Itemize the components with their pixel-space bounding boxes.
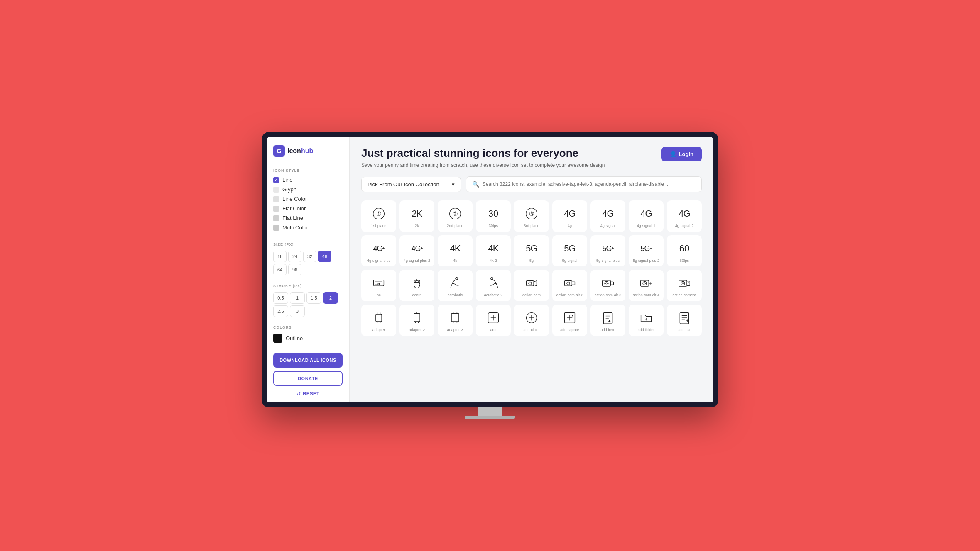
icon-card-5g-signal-plus-2[interactable]: 5G+ 5g-signal-plus-2 (629, 235, 664, 267)
svg-rect-18 (565, 281, 572, 286)
color-row: Outline (273, 334, 343, 343)
stroke-btn-2[interactable]: 2 (323, 292, 338, 304)
stroke-btn-1.5[interactable]: 1.5 (306, 292, 321, 304)
icon-card-add-item[interactable]: add-item (590, 305, 625, 336)
size-label: SIZE (PX) (273, 242, 343, 246)
svg-point-25 (606, 283, 608, 284)
svg-text:②: ② (453, 210, 458, 217)
size-btn-96[interactable]: 96 (288, 264, 301, 276)
icon-card-2nd-place[interactable]: ② 2nd-place (438, 200, 473, 232)
icon-card-4g[interactable]: 4G 4g (552, 200, 587, 232)
style-option-flat-line[interactable]: Flat Line (273, 215, 343, 221)
icon-card-ac[interactable]: ac (361, 270, 396, 301)
icon-card-action-cam-alt-3[interactable]: action-cam-alt-3 (590, 270, 625, 301)
icon-name: add-list (678, 328, 690, 333)
sidebar: G iconhub ICON STYLE Line Glyph Line Col… (267, 137, 350, 402)
search-input[interactable] (483, 181, 696, 187)
icon-name: 4k-2 (490, 258, 497, 263)
style-option-multi-color[interactable]: Multi Color (273, 224, 343, 231)
style-option-line-color[interactable]: Line Color (273, 196, 343, 202)
icon-card-3rd-place[interactable]: ③ 3rd-place (514, 200, 549, 232)
icon-card-4k-2[interactable]: 4K 4k-2 (476, 235, 511, 267)
style-option-glyph[interactable]: Glyph (273, 186, 343, 193)
stroke-btn-1[interactable]: 1 (290, 292, 305, 304)
icon-symbol (601, 276, 615, 290)
stroke-btn-3[interactable]: 3 (290, 305, 305, 317)
icon-name: 5g (529, 258, 534, 263)
icon-card-4g-signal-2[interactable]: 4G 4g-signal-2 (667, 200, 702, 232)
icon-symbol: 4G+ (412, 241, 423, 256)
collection-dropdown[interactable]: Pick From Our Icon Collection ▾ (361, 177, 461, 192)
size-btn-64[interactable]: 64 (273, 264, 287, 276)
icon-card-2k[interactable]: 2K 2k (399, 200, 434, 232)
reset-row[interactable]: ↺ RESET (273, 391, 343, 397)
svg-point-16 (529, 282, 532, 285)
icon-symbol (563, 310, 576, 325)
icon-name: 4g-signal-1 (637, 224, 656, 229)
icon-name: 4g-signal-2 (675, 224, 694, 229)
icon-symbol (525, 276, 538, 290)
icon-card-add-list[interactable]: add-list (667, 305, 702, 336)
icon-card-adapter-3[interactable]: adapter-3 (438, 305, 473, 336)
icon-card-4g-signal-plus-2[interactable]: 4G+ 4g-signal-plus-2 (399, 235, 434, 267)
icon-card-action-cam-alt-2[interactable]: action-cam-alt-2 (552, 270, 587, 301)
size-btn-24[interactable]: 24 (288, 251, 301, 262)
icon-card-5g-signal[interactable]: 5G 5g-signal (552, 235, 587, 267)
icon-card-1st-place[interactable]: ① 1st-place (361, 200, 396, 232)
stroke-btn-2.5[interactable]: 2.5 (273, 305, 288, 317)
donate-button[interactable]: DONATE (273, 371, 343, 386)
icon-card-action-cam-alt-4[interactable]: action-cam-alt-4 (629, 270, 664, 301)
icon-card-add[interactable]: add (476, 305, 511, 336)
icon-card-5g-signal-plus[interactable]: 5G+ 5g-signal-plus (590, 235, 625, 267)
stroke-btn-0.5[interactable]: 0.5 (273, 292, 288, 304)
style-checkbox-flat-color[interactable] (273, 206, 279, 212)
icon-card-action-cam[interactable]: action-cam (514, 270, 549, 301)
size-btn-32[interactable]: 32 (303, 251, 316, 262)
icon-card-action-camera[interactable]: action-camera (667, 270, 702, 301)
icon-card-add-circle[interactable]: add-circle (514, 305, 549, 336)
icon-card-4g-signal-1[interactable]: 4G 4g-signal-1 (629, 200, 664, 232)
icon-symbol (487, 276, 500, 290)
icon-card-add-folder[interactable]: add-folder (629, 305, 664, 336)
svg-rect-46 (451, 313, 459, 322)
style-checkbox-line-color[interactable] (273, 196, 279, 202)
reset-label: RESET (303, 391, 319, 397)
search-icon: 🔍 (472, 181, 479, 188)
icon-card-add-square[interactable]: add-square (552, 305, 587, 336)
icon-name: add-folder (638, 328, 655, 333)
logo-text: iconhub (287, 147, 313, 155)
icon-name: action-cam-alt-2 (556, 293, 583, 298)
icon-name: 5g-signal-plus (596, 258, 620, 263)
icon-card-acrobatic-2[interactable]: acrobatic-2 (476, 270, 511, 301)
style-option-line[interactable]: Line (273, 177, 343, 183)
chevron-down-icon: ▾ (452, 181, 455, 188)
style-checkbox-flat-line[interactable] (273, 215, 279, 221)
logo[interactable]: G iconhub (273, 145, 343, 157)
icon-card-60fps[interactable]: 60 60fps (667, 235, 702, 267)
icon-card-4g-signal-plus[interactable]: 4G+ 4g-signal-plus (361, 235, 396, 267)
icon-card-adapter-2[interactable]: adapter-2 (399, 305, 434, 336)
icon-symbol (678, 276, 691, 290)
style-checkbox-glyph[interactable] (273, 187, 279, 193)
icon-card-4g-signal[interactable]: 4G 4g-signal (590, 200, 625, 232)
icon-card-adapter[interactable]: adapter (361, 305, 396, 336)
style-checkbox-multi-color[interactable] (273, 225, 279, 231)
download-all-button[interactable]: DOWNLOAD ALL ICONS (273, 353, 343, 368)
icon-card-30fps[interactable]: 30 30fps (476, 200, 511, 232)
screen: G iconhub ICON STYLE Line Glyph Line Col… (267, 137, 713, 402)
icon-card-acorn[interactable]: acorn (399, 270, 434, 301)
svg-rect-37 (376, 314, 382, 322)
size-btn-16[interactable]: 16 (273, 251, 287, 262)
stroke-section: STROKE (PX) 0.5 1 1.5 2 2.5 3 (273, 282, 343, 317)
color-swatch-outline[interactable] (273, 334, 282, 343)
icon-card-acrobatic[interactable]: acrobatic (438, 270, 473, 301)
icon-card-4k[interactable]: 4K 4k (438, 235, 473, 267)
style-checkbox-line[interactable] (273, 177, 279, 183)
size-section: SIZE (PX) 16 24 32 48 64 96 (273, 241, 343, 276)
style-option-flat-color[interactable]: Flat Color (273, 205, 343, 212)
size-btn-48[interactable]: 48 (318, 251, 331, 262)
login-button[interactable]: 👤 Login (662, 147, 702, 161)
icon-name: 2nd-place (447, 224, 463, 229)
icon-card-5g[interactable]: 5G 5g (514, 235, 549, 267)
icon-name: 4g-signal-plus-2 (404, 258, 430, 263)
